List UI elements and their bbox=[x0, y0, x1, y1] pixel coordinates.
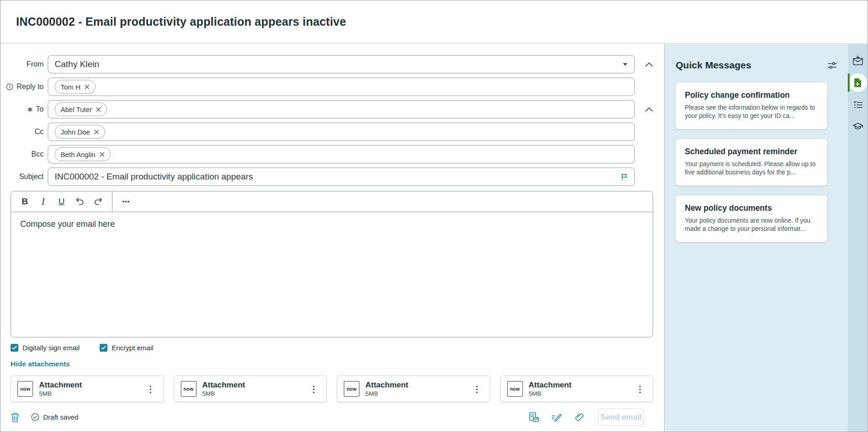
bcc-input[interactable]: Beth Anglin bbox=[48, 145, 635, 163]
digitally-sign-checkbox[interactable]: Digitally sign email bbox=[11, 344, 79, 352]
recipient-chip[interactable]: Tom H bbox=[55, 80, 95, 94]
remove-recipient-button[interactable] bbox=[100, 152, 105, 157]
italic-button[interactable]: I bbox=[34, 194, 52, 209]
quick-message-card[interactable]: Policy change confirmation Please see th… bbox=[676, 83, 827, 129]
from-select[interactable]: Cathy Klein bbox=[48, 55, 635, 73]
recipient-chip[interactable]: John Doe bbox=[55, 125, 105, 139]
checkbox-checked bbox=[100, 344, 107, 352]
checklist-tab[interactable] bbox=[848, 94, 868, 116]
attachment-card[interactable]: now Attachment 5MB ⋮ bbox=[500, 376, 654, 402]
quick-message-title: New policy documents bbox=[685, 203, 818, 213]
active-tab-indicator bbox=[848, 73, 850, 92]
attachment-size: 5MB bbox=[365, 390, 471, 397]
attachment-size: 5MB bbox=[202, 390, 308, 397]
signature-button[interactable] bbox=[551, 412, 562, 422]
bold-button[interactable]: B bbox=[16, 194, 34, 209]
underline-button[interactable]: U bbox=[52, 194, 71, 209]
knowledge-tab[interactable] bbox=[848, 116, 868, 138]
collapse-header-fields-button[interactable] bbox=[645, 62, 653, 67]
mail-plus-icon bbox=[852, 56, 863, 66]
attachment-title: Attachment bbox=[202, 381, 308, 390]
more-options-button[interactable]: ••• bbox=[117, 194, 135, 209]
recipient-chip-label: John Doe bbox=[61, 128, 90, 136]
check-circle-icon bbox=[31, 413, 39, 421]
encrypt-checkbox[interactable]: Encrypt email bbox=[100, 344, 153, 352]
recipient-chip[interactable]: Abel Tuter bbox=[55, 102, 107, 116]
quick-message-card[interactable]: Scheduled payment reminder Your payment … bbox=[676, 139, 827, 185]
subject-input[interactable]: INC000002 - Email productivity applicati… bbox=[48, 168, 635, 186]
attachment-title: Attachment bbox=[39, 381, 145, 390]
recipient-chip[interactable]: Beth Anglin bbox=[55, 147, 111, 161]
email-body-editor[interactable]: Compose your email here bbox=[11, 212, 653, 337]
trash-icon bbox=[11, 412, 20, 422]
remove-recipient-button[interactable] bbox=[96, 107, 101, 112]
quick-messages-tab[interactable] bbox=[848, 72, 868, 94]
filter-settings-button[interactable] bbox=[827, 61, 837, 70]
now-logo: now bbox=[20, 386, 30, 392]
quick-message-title: Policy change confirmation bbox=[685, 90, 818, 100]
reply-to-input[interactable]: Tom H bbox=[48, 78, 635, 96]
flag-button[interactable] bbox=[621, 173, 628, 181]
bcc-label: Bcc bbox=[0, 150, 44, 158]
quick-messages-title: Quick Messages bbox=[676, 60, 751, 71]
quick-message-title: Scheduled payment reminder bbox=[685, 147, 818, 157]
from-value: Cathy Klein bbox=[55, 59, 99, 69]
attachment-thumbnail: now bbox=[17, 381, 33, 397]
from-label: From bbox=[0, 60, 44, 68]
attachment-size: 5MB bbox=[39, 390, 145, 397]
active-tab-circle bbox=[849, 73, 867, 92]
check-icon bbox=[12, 346, 17, 350]
remove-recipient-button[interactable] bbox=[94, 129, 99, 135]
editor-toolbar: B I U ••• bbox=[11, 191, 653, 212]
remove-recipient-button[interactable] bbox=[84, 84, 90, 90]
attachment-card[interactable]: now Attachment 5MB ⋮ bbox=[11, 376, 164, 402]
bcc-row: Bcc Beth Anglin bbox=[0, 145, 664, 163]
reply-to-label: Reply to bbox=[17, 83, 44, 91]
collapse-recipient-fields-button[interactable] bbox=[645, 107, 653, 112]
attachment-menu-button[interactable]: ⋮ bbox=[308, 385, 320, 393]
attachment-menu-button[interactable]: ⋮ bbox=[145, 385, 157, 393]
cc-label: Cc bbox=[0, 128, 44, 136]
info-icon[interactable] bbox=[6, 83, 13, 90]
record-header: INC000002 - Email productivity applicati… bbox=[0, 0, 868, 44]
close-icon bbox=[94, 129, 99, 135]
encrypt-label: Encrypt email bbox=[112, 344, 153, 352]
email-options: Digitally sign email Encrypt email bbox=[11, 344, 664, 352]
now-logo: now bbox=[510, 386, 520, 392]
attachment-thumbnail: now bbox=[344, 381, 359, 397]
compose-email-tab[interactable] bbox=[848, 50, 868, 72]
now-logo: now bbox=[347, 386, 357, 392]
paperclip-icon bbox=[574, 412, 584, 422]
document-email-icon bbox=[529, 412, 539, 423]
send-email-button[interactable]: Send email bbox=[598, 409, 644, 426]
recipient-chip-label: Beth Anglin bbox=[61, 151, 95, 158]
hide-attachments-link[interactable]: Hide attachments bbox=[11, 360, 70, 368]
delete-draft-button[interactable] bbox=[11, 412, 20, 422]
insert-template-button[interactable] bbox=[529, 412, 539, 423]
to-input[interactable]: Abel Tuter bbox=[48, 100, 635, 118]
attachment-title: Attachment bbox=[529, 381, 634, 390]
flag-icon bbox=[621, 173, 628, 181]
right-toolbar bbox=[848, 44, 868, 432]
dropdown-caret-icon bbox=[622, 62, 628, 66]
undo-button[interactable] bbox=[71, 194, 89, 209]
attachment-menu-button[interactable]: ⋮ bbox=[471, 385, 483, 393]
compose-area: From Cathy Klein Reply bbox=[0, 44, 664, 432]
record-title: INC000002 - Email productivity applicati… bbox=[16, 15, 346, 28]
subject-value: INC000002 - Email productivity applicati… bbox=[55, 172, 253, 182]
redo-icon bbox=[93, 197, 103, 206]
digitally-sign-label: Digitally sign email bbox=[22, 344, 79, 352]
attachment-card[interactable]: now Attachment 5MB ⋮ bbox=[174, 376, 327, 402]
cc-input[interactable]: John Doe bbox=[48, 123, 635, 141]
redo-button[interactable] bbox=[89, 194, 107, 209]
document-plus-icon bbox=[853, 78, 862, 88]
draft-status-text: Draft saved bbox=[43, 413, 78, 421]
attachments-row: now Attachment 5MB ⋮ now Attachment 5MB … bbox=[11, 376, 653, 402]
from-row: From Cathy Klein bbox=[0, 55, 664, 73]
attach-file-button[interactable] bbox=[574, 412, 584, 422]
quick-message-card[interactable]: New policy documents Your policy documen… bbox=[676, 196, 827, 242]
subject-label: Subject bbox=[0, 173, 44, 181]
attachment-menu-button[interactable]: ⋮ bbox=[634, 385, 646, 393]
attachment-card[interactable]: now Attachment 5MB ⋮ bbox=[337, 376, 490, 402]
to-label: To bbox=[36, 105, 44, 113]
